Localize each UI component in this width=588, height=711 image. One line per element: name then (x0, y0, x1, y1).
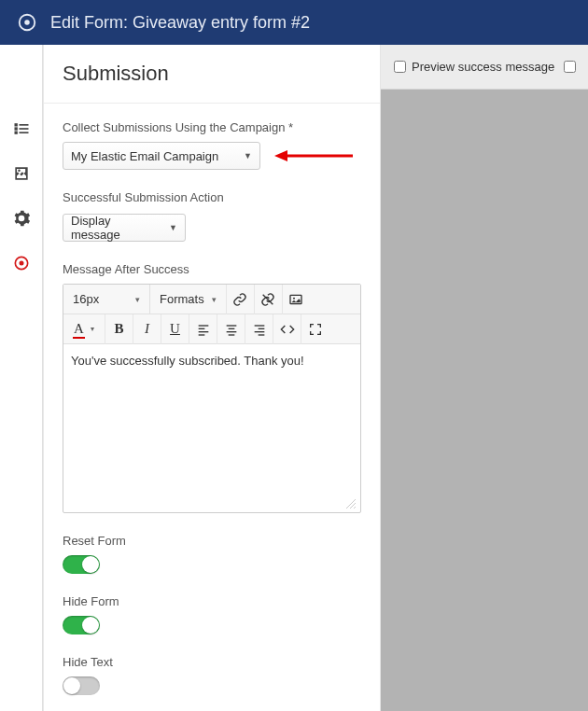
chevron-down-icon: ▾ (91, 325, 94, 333)
page-title: Edit Form: Giveaway entry form #2 (50, 13, 310, 33)
preview-success-checkbox-label[interactable]: Preview success message (394, 60, 554, 74)
message-label: Message After Success (63, 262, 361, 276)
topbar: Edit Form: Giveaway entry form #2 (0, 0, 588, 45)
campaign-label: Collect Submissions Using the Campaign * (63, 120, 361, 134)
chevron-down-icon: ▾ (135, 295, 140, 304)
resize-grip-icon[interactable] (343, 496, 357, 509)
hide-text-label: Hide Text (63, 655, 361, 669)
svg-point-8 (18, 169, 21, 172)
svg-rect-3 (19, 124, 28, 126)
action-label: Successful Submission Action (63, 190, 361, 204)
target-icon (17, 12, 37, 33)
chevron-down-icon: ▼ (244, 151, 252, 160)
rich-text-editor: 16px ▾ Formats ▾ (63, 284, 361, 513)
preview-success-text: Preview success message (412, 60, 554, 74)
action-select-value: Display message (71, 214, 160, 242)
nav-submission-icon[interactable] (12, 254, 31, 272)
nav-fields-icon[interactable] (12, 119, 31, 138)
svg-point-15 (293, 297, 295, 299)
align-left-button[interactable] (189, 314, 217, 344)
nav-settings-icon[interactable] (12, 209, 31, 228)
editor-toolbar-row-1: 16px ▾ Formats ▾ (63, 285, 360, 314)
pointer-arrow-icon (274, 149, 353, 162)
svg-marker-12 (274, 150, 287, 161)
panel-title: Submission (44, 45, 380, 104)
chevron-down-icon: ▼ (169, 223, 177, 232)
code-view-button[interactable] (273, 314, 301, 344)
action-select[interactable]: Display message ▼ (63, 214, 186, 242)
formats-select[interactable]: Formats ▾ (150, 285, 226, 314)
nav-image-icon[interactable] (12, 164, 31, 183)
hide-form-toggle[interactable] (63, 616, 100, 634)
preview-pane: Preview success message (381, 45, 588, 711)
hide-form-label: Hide Form (63, 594, 361, 608)
left-nav (0, 45, 43, 711)
reset-form-toggle[interactable] (63, 555, 100, 574)
svg-rect-7 (19, 132, 28, 133)
fullscreen-button[interactable] (301, 314, 329, 344)
svg-point-10 (19, 261, 23, 266)
campaign-select-value: My Elastic Email Campaign (71, 149, 218, 163)
italic-button[interactable]: I (133, 314, 161, 344)
svg-rect-5 (19, 128, 28, 130)
preview-toolbar: Preview success message (381, 45, 588, 90)
chevron-down-icon: ▾ (212, 295, 217, 304)
editor-footer (63, 494, 360, 512)
svg-rect-2 (14, 123, 17, 126)
svg-rect-4 (14, 127, 17, 130)
unlink-button[interactable] (254, 285, 282, 314)
align-center-button[interactable] (217, 314, 245, 344)
editor-toolbar-row-2: A ▾ B I U (63, 314, 360, 344)
preview-secondary-checkbox-label[interactable] (564, 61, 576, 73)
campaign-select[interactable]: My Elastic Email Campaign ▼ (63, 142, 260, 170)
insert-image-button[interactable] (282, 285, 310, 314)
hide-text-toggle[interactable] (63, 676, 100, 695)
link-button[interactable] (226, 285, 254, 314)
svg-point-1 (24, 20, 30, 25)
underline-button[interactable]: U (161, 314, 189, 344)
reset-form-label: Reset Form (63, 534, 361, 548)
align-right-button[interactable] (245, 314, 273, 344)
editor-content[interactable]: You've successfully subscribed. Thank yo… (63, 344, 360, 494)
font-size-select[interactable]: 16px ▾ (63, 285, 149, 314)
font-size-value: 16px (73, 292, 99, 306)
formats-label: Formats (160, 292, 204, 306)
svg-rect-6 (14, 132, 17, 134)
bold-button[interactable]: B (105, 314, 133, 344)
preview-success-checkbox[interactable] (394, 61, 406, 73)
settings-panel: Submission Collect Submissions Using the… (43, 45, 381, 711)
text-color-button[interactable]: A ▾ (63, 314, 105, 344)
preview-secondary-checkbox[interactable] (564, 61, 576, 73)
svg-line-30 (354, 507, 356, 509)
